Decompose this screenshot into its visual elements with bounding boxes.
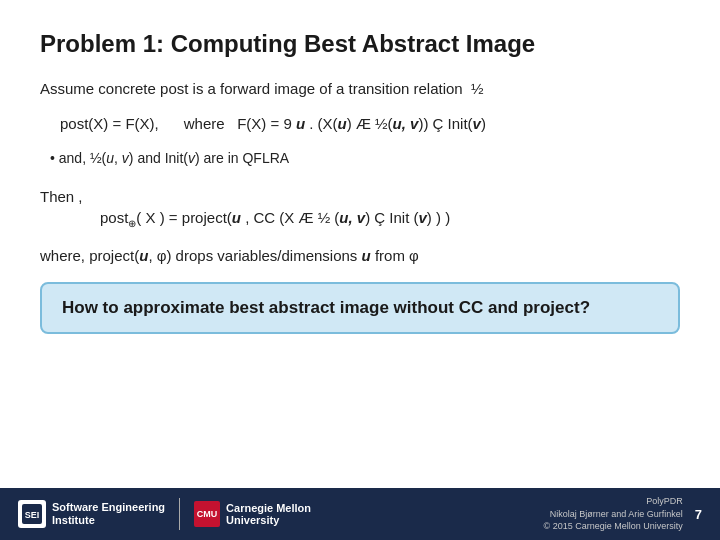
footer-divider	[179, 498, 180, 530]
citation-line2: Nikolaj Bjørner and Arie Gurfinkel	[544, 508, 683, 521]
highlight-text: How to approximate best abstract image w…	[62, 298, 590, 317]
citation-line3: © 2015 Carnegie Mellon University	[544, 520, 683, 533]
post-line: post(X) = F(X), where F(X) = 9 u . (X(u)…	[60, 115, 680, 132]
assume-line: Assume concrete post is a forward image …	[40, 80, 680, 97]
citation-line1: PolyPDR	[544, 495, 683, 508]
then-label: Then ,	[40, 188, 680, 205]
post-b-line: post⊕( X ) = project(u , CC (X Æ ½ (u, v…	[100, 209, 680, 229]
then-section: Then , post⊕( X ) = project(u , CC (X Æ …	[40, 188, 680, 229]
bullet-line: • and, ½(u, v) and Init(v) are in QFLRA	[50, 150, 680, 166]
cmu-text: Carnegie MellonUniversity	[226, 502, 311, 526]
footer-logos: SEI Software EngineeringInstitute CMU Ca…	[18, 498, 311, 530]
svg-text:SEI: SEI	[25, 510, 40, 520]
highlight-box: How to approximate best abstract image w…	[40, 282, 680, 334]
where-line: where, project(u, φ) drops variables/dim…	[40, 247, 680, 264]
slide: Problem 1: Computing Best Abstract Image…	[0, 0, 720, 540]
sei-text: Software EngineeringInstitute	[52, 501, 165, 527]
sei-logo: SEI Software EngineeringInstitute	[18, 500, 165, 528]
sei-icon: SEI	[18, 500, 46, 528]
footer-right-inner: PolyPDR Nikolaj Bjørner and Arie Gurfink…	[544, 495, 702, 533]
slide-title: Problem 1: Computing Best Abstract Image	[40, 30, 680, 58]
page-number: 7	[695, 507, 702, 522]
footer-citation-block: PolyPDR Nikolaj Bjørner and Arie Gurfink…	[544, 495, 683, 533]
cmu-emblem-text: CMU	[197, 509, 218, 519]
cmu-emblem: CMU	[194, 501, 220, 527]
cmu-logo: CMU Carnegie MellonUniversity	[194, 501, 311, 527]
footer: SEI Software EngineeringInstitute CMU Ca…	[0, 488, 720, 540]
